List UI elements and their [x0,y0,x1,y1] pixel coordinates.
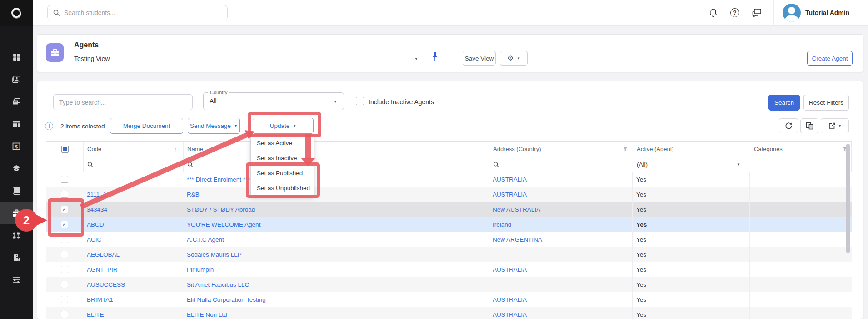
address-link[interactable]: New ARGENTINA [493,236,542,243]
row-checkbox[interactable] [61,266,68,273]
row-checkbox[interactable] [61,311,68,318]
table-row[interactable]: *** Direct Enrolment ***AUSTRALIAYes [46,172,852,187]
name-link[interactable]: Elit Nulla Corporation Testing [187,296,266,303]
pin-view-button[interactable] [431,51,439,61]
address-link[interactable]: AUSTRALIA [493,176,527,183]
send-message-button[interactable]: Send Message ▼ [188,118,240,134]
sidebar-item-settings[interactable] [0,269,33,291]
code-link[interactable]: AUSUCCESS [87,281,125,288]
name-link[interactable]: STØDY / STØDY Abroad [187,206,255,213]
code-cell: AGNT_PIR [83,262,183,277]
active-value: Yes [636,176,646,183]
filter-cell-address[interactable] [489,157,633,172]
sidebar-item-layout[interactable] [0,113,33,135]
name-link[interactable]: ELITE Non Ltd [187,311,227,318]
column-header-categories[interactable]: Categories [750,142,852,157]
sidebar-item-students[interactable] [0,68,33,90]
address-link[interactable]: Ireland [493,221,511,228]
name-link[interactable]: Pirilumpin [187,266,214,273]
code-link[interactable]: ABCD [87,221,104,228]
column-header-address[interactable]: Address (Country) [489,142,633,157]
column-header-code[interactable]: Code ↑ [84,142,184,157]
table-row[interactable]: ACICA.C.I.C AgentNew ARGENTINAYes [46,232,852,247]
code-link[interactable]: 343434 [87,206,107,213]
code-link[interactable]: AEGLOBAL [87,251,120,258]
create-agent-button[interactable]: Create Agent [807,51,853,66]
sidebar-item-organization[interactable] [0,247,33,268]
help-button[interactable]: ? [729,7,741,19]
merge-document-button[interactable]: Merge Document [110,118,183,134]
name-link[interactable]: Sodales Mauris LLP [187,251,242,258]
column-chooser-button[interactable] [800,118,818,133]
table-row[interactable]: BRIMTA1Elit Nulla Corporation TestingAUS… [46,292,852,307]
country-select[interactable]: Country All ▼ [203,92,344,110]
column-header-active[interactable]: Active (Agent) [633,142,750,157]
row-select-cell[interactable] [46,172,83,187]
name-link[interactable]: Sit Amet Faucibus LLC [187,281,249,288]
name-link[interactable]: R&B [187,191,200,198]
row-checkbox[interactable] [61,236,68,243]
row-checkbox[interactable] [61,281,68,288]
students-icon [12,76,20,83]
name-link[interactable]: A.C.I.C Agent [187,236,224,243]
code-link[interactable]: BRIMTA1 [87,296,113,303]
row-select-cell[interactable] [46,262,83,277]
filter-icon[interactable] [623,147,628,152]
filter-cell-name[interactable] [184,157,489,172]
select-all-cell[interactable] [46,142,84,157]
vertical-scrollbar[interactable] [846,144,850,253]
reset-filters-button[interactable]: Reset Filters [803,95,849,111]
code-link[interactable]: ELITE [87,311,104,318]
save-view-button[interactable]: Save View [463,51,496,66]
sidebar-item-courses[interactable] [0,157,33,179]
search-input[interactable] [64,9,214,16]
filter-cell-categories[interactable] [750,157,852,172]
code-link[interactable]: AGNT_PIR [87,266,118,273]
sidebar-item-catalog[interactable] [0,180,33,202]
sidebar-item-applications[interactable] [0,91,33,112]
row-checkbox[interactable] [61,176,68,183]
messages-button[interactable] [751,7,763,19]
row-select-cell[interactable] [46,247,83,262]
table-row[interactable]: AGNT_PIRPirilumpinAUSTRALIAYes [46,262,852,277]
row-select-cell[interactable] [46,307,83,319]
row-select-cell[interactable] [46,292,83,307]
search-button[interactable]: Search [768,95,800,111]
address-link[interactable]: AUSTRALIA [493,266,527,273]
name-link[interactable]: *** Direct Enrolment *** [187,176,250,183]
export-button[interactable]: ▼ [821,118,849,133]
view-settings-button[interactable]: ⚙ ▼ [500,51,528,66]
address-link[interactable]: New AUSTRALIA [493,206,540,213]
sidebar-item-dashboard[interactable] [0,46,33,68]
notifications-button[interactable] [707,7,719,19]
code-cell: ABCD [83,217,183,232]
row-checkbox[interactable] [61,191,68,198]
address-cell: New ARGENTINA [489,232,633,247]
address-link[interactable]: AUSTRALIA [493,311,527,318]
table-row[interactable]: AUSUCCESSSit Amet Faucibus LLCYes [46,277,852,292]
row-select-cell[interactable] [46,277,83,292]
code-link[interactable]: ACIC [87,236,101,243]
help-icon: ? [730,8,739,17]
view-selector[interactable]: Testing View ▼ [74,53,426,64]
address-link[interactable]: AUSTRALIA [493,296,527,303]
include-inactive-checkbox[interactable] [356,97,364,105]
table-row[interactable]: ELITEELITE Non LtdAUSTRALIAYes [46,307,852,319]
row-checkbox[interactable] [61,251,68,258]
table-row[interactable]: ABCDYOU'RE WELCOME AgentIrelandYes [46,217,852,232]
table-row[interactable]: 343434STØDY / STØDY AbroadNew AUSTRALIAY… [46,202,852,217]
name-link[interactable]: YOU'RE WELCOME Agent [187,221,260,228]
refresh-button[interactable] [779,118,798,133]
app-logo[interactable] [0,0,33,26]
address-link[interactable]: AUSTRALIA [493,191,527,198]
table-row[interactable]: 2111_1R&BAUSTRALIAYes [46,187,852,202]
avatar[interactable] [783,4,801,22]
filter-cell-active[interactable]: (All) ▼ [633,157,750,172]
sidebar-item-finance[interactable]: $ [0,135,33,157]
menu-item-set-as-active[interactable]: Set as Active [251,136,314,151]
grid-search-input[interactable] [53,94,193,110]
table-row[interactable]: AEGLOBALSodales Mauris LLPYes [46,247,852,262]
row-checkbox[interactable] [61,296,68,303]
user-name[interactable]: Tutorial Admin [805,9,849,16]
select-all-checkbox[interactable] [61,146,69,153]
